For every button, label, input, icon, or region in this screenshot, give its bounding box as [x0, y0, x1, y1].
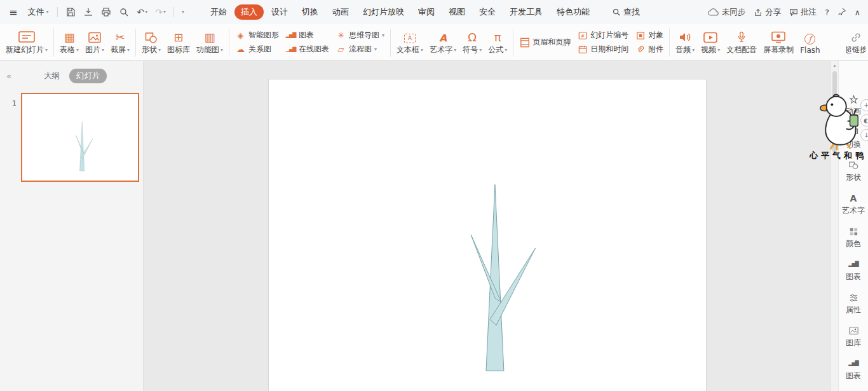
- formula-button[interactable]: π 公式▾: [485, 26, 510, 59]
- help-button[interactable]: ?: [825, 8, 829, 17]
- file-menu-button[interactable]: 文件 ▾: [24, 4, 52, 20]
- quick-toolbar-more-button[interactable]: ▾: [179, 8, 187, 16]
- wordart-icon: A: [850, 193, 857, 203]
- widget-collapse-button[interactable]: ↓: [860, 129, 868, 141]
- chevron-down-icon: ▾: [692, 48, 695, 53]
- tree-shape[interactable]: [269, 79, 706, 391]
- video-button[interactable]: 视频▾: [698, 26, 723, 59]
- print-icon: [101, 7, 111, 17]
- smart-graphics-label: 智能图形: [248, 30, 279, 41]
- function-diagram-button[interactable]: ▥ 功能图▾: [193, 26, 226, 59]
- scroll-up-icon[interactable]: ▴: [831, 61, 838, 68]
- tab-home[interactable]: 开始: [204, 4, 233, 20]
- redo-button[interactable]: ↷▾: [153, 6, 168, 18]
- slide-number-button[interactable]: # 幻灯片编号: [574, 29, 632, 41]
- chevron-down-icon: ▾: [505, 48, 507, 53]
- icon-library-button[interactable]: ⊞ 图标库: [164, 26, 193, 59]
- sidebar-item-chart[interactable]: ▂▅█ 图表: [839, 254, 868, 287]
- sidebar-item-color[interactable]: 颜色: [839, 221, 868, 254]
- collapse-ribbon-button[interactable]: ∧: [855, 8, 860, 17]
- table-button[interactable]: ▦ 表格▾: [57, 26, 82, 59]
- sync-status-button[interactable]: 未同步: [708, 7, 746, 18]
- screenshot-label: 截屏: [111, 45, 126, 55]
- shapes-label: 形状: [142, 45, 157, 55]
- doc-dubbing-button[interactable]: 文档配音: [723, 26, 760, 59]
- collapse-panel-icon[interactable]: «: [6, 71, 11, 81]
- save-button[interactable]: [63, 6, 78, 18]
- tab-insert[interactable]: 插入: [234, 4, 264, 20]
- tab-security[interactable]: 安全: [473, 4, 502, 20]
- header-footer-button[interactable]: 页眉和页脚: [516, 26, 574, 59]
- chevron-down-icon: ▾: [145, 10, 147, 15]
- shapes-button[interactable]: 形状▾: [139, 26, 164, 59]
- cloud-sync-icon: [708, 8, 719, 16]
- tab-slideshow[interactable]: 幻灯片放映: [356, 4, 410, 20]
- screen-record-button[interactable]: 屏幕录制: [760, 26, 797, 59]
- tab-view[interactable]: 视图: [442, 4, 471, 20]
- color-palette-icon: [849, 226, 858, 237]
- hyperlink-button[interactable]: 超链接: [846, 26, 865, 59]
- smart-graphics-button[interactable]: ◈ 智能图形: [232, 29, 282, 41]
- object-button[interactable]: 对象: [632, 29, 667, 41]
- flash-button[interactable]: ƒ Flash: [797, 26, 823, 59]
- tab-animation[interactable]: 动画: [326, 4, 355, 20]
- attachment-button[interactable]: 附件: [632, 43, 667, 55]
- slide-thumbnail[interactable]: [21, 93, 139, 182]
- word-art-icon: A: [439, 29, 447, 43]
- chevron-down-icon: ▾: [102, 48, 104, 53]
- tab-outline[interactable]: 大纲: [37, 69, 67, 83]
- audio-button[interactable]: 音频▾: [672, 26, 698, 59]
- duck-mascot-widget[interactable]: [815, 92, 865, 153]
- symbol-button[interactable]: Ω 符号▾: [459, 26, 485, 59]
- tab-devtools[interactable]: 开发工具: [503, 4, 549, 20]
- sidebar-item-properties[interactable]: 属性: [839, 287, 868, 320]
- print-preview-button[interactable]: [116, 6, 132, 18]
- slide-canvas[interactable]: [268, 79, 707, 391]
- date-time-button[interactable]: 日期和时间: [574, 43, 632, 55]
- word-art-button[interactable]: A 艺术字▾: [426, 26, 459, 59]
- flowchart-label: 流程图: [349, 44, 372, 55]
- sidebar-item-chart-partial[interactable]: ▂▅█ 图表: [839, 353, 868, 387]
- symbol-label: 符号: [463, 45, 478, 55]
- hamburger-menu-icon[interactable]: ≡: [5, 6, 21, 18]
- mind-map-button[interactable]: ✳ 思维导图 ▾: [332, 29, 388, 41]
- divider: [173, 7, 174, 17]
- relationship-diagram-button[interactable]: ☁ 关系图: [232, 43, 282, 55]
- print-button[interactable]: [98, 6, 114, 18]
- function-diagram-label: 功能图: [196, 45, 219, 55]
- picture-button[interactable]: 图片▾: [82, 26, 107, 59]
- diagram-group: ◈ 智能图形 ☁ 关系图: [232, 26, 282, 59]
- sidebar-item-wordart[interactable]: A 艺术字: [839, 188, 868, 221]
- shapes-icon: [145, 29, 158, 43]
- tab-design[interactable]: 设计: [265, 4, 294, 20]
- tab-transition[interactable]: 切换: [295, 4, 325, 20]
- chevron-down-icon: ▾: [127, 48, 130, 53]
- pin-button[interactable]: [837, 7, 846, 18]
- tab-slides[interactable]: 幻灯片: [69, 69, 107, 83]
- share-button[interactable]: 分享: [754, 7, 781, 18]
- header-footer-label: 页眉和页脚: [532, 37, 571, 48]
- chevron-down-icon: ▾: [717, 48, 720, 53]
- screenshot-button[interactable]: ✂ 截屏▾: [107, 26, 133, 59]
- duck-icon: [815, 92, 865, 151]
- online-chart-button[interactable]: ▁▄▇ 在线图表: [282, 43, 332, 55]
- slides-panel: « 大纲 幻灯片 1: [0, 61, 144, 391]
- export-pdf-button[interactable]: [81, 6, 96, 18]
- text-box-button[interactable]: A 文本框▾: [393, 26, 426, 59]
- magnifier-icon: [119, 7, 129, 17]
- relationship-diagram-label: 关系图: [248, 44, 271, 55]
- undo-button[interactable]: ↶▾: [134, 6, 150, 18]
- sidebar-item-gallery[interactable]: 图库: [839, 320, 868, 353]
- comments-button[interactable]: 批注: [789, 7, 817, 18]
- search-button[interactable]: 查找: [606, 4, 646, 20]
- share-label: 分享: [765, 7, 781, 18]
- flowchart-button[interactable]: ▱ 流程图 ▾: [332, 43, 388, 55]
- tab-special-features[interactable]: 特色功能: [550, 4, 596, 20]
- chevron-down-icon: ▾: [220, 48, 223, 53]
- search-icon: [612, 8, 621, 17]
- widget-add-button[interactable]: +: [860, 99, 868, 111]
- new-slide-button[interactable]: 新建幻灯片▾: [3, 26, 51, 59]
- chart-button[interactable]: ▂▅█ 图表: [282, 29, 332, 41]
- widget-theme-button[interactable]: ◐: [860, 114, 868, 127]
- tab-review[interactable]: 审阅: [412, 4, 441, 20]
